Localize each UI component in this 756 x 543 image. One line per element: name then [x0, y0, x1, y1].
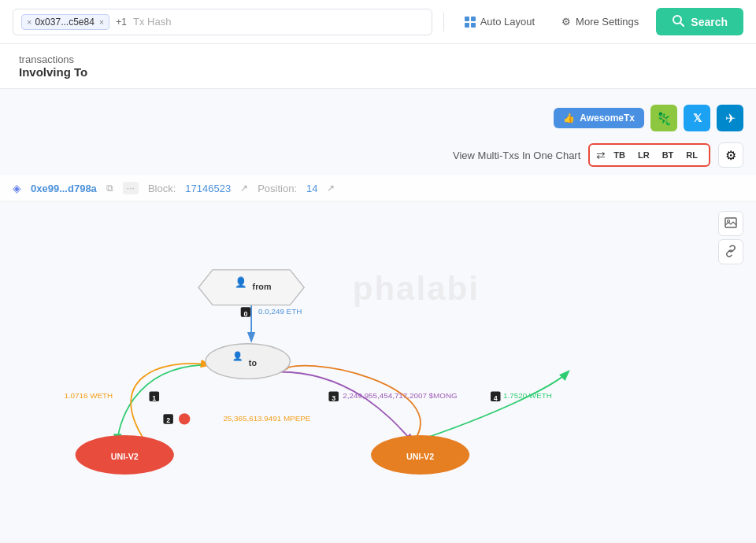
block-value[interactable]: 17146523	[185, 183, 231, 194]
tag-close-right[interactable]: ×	[99, 17, 104, 27]
link-button[interactable]	[718, 239, 743, 264]
svg-rect-2	[725, 218, 736, 227]
edge3-badge: 3	[332, 394, 335, 402]
copy-icon[interactable]: ⧉	[106, 183, 113, 194]
univ2-right-label: UNI-V2	[406, 452, 434, 461]
chart-actions	[718, 211, 743, 264]
telegram-icon: ✈	[725, 111, 736, 126]
arrows-icon: ⇄	[596, 149, 606, 161]
edge0-badge: 0	[243, 310, 247, 318]
tag-close-left[interactable]: ×	[27, 17, 32, 27]
auto-layout-label: Auto Layout	[480, 16, 535, 28]
auto-layout-button[interactable]: Auto Layout	[455, 11, 544, 32]
gear-icon: ⚙	[725, 148, 736, 163]
block-external-link-icon[interactable]: ↗	[240, 183, 248, 194]
from-node[interactable]	[198, 270, 304, 305]
edge2-badge: 2	[166, 416, 170, 424]
search-label: Search	[691, 16, 728, 28]
gear-button[interactable]: ⚙	[718, 142, 743, 168]
position-external-link-icon[interactable]: ↗	[327, 183, 335, 194]
edge3-value: 2,249,955,454,717.2007 $MONG	[343, 391, 457, 400]
link-icon	[724, 245, 737, 260]
search-button[interactable]: Search	[656, 8, 743, 35]
tag-address-text: 0x037...c5e84	[35, 17, 94, 28]
image-button[interactable]	[718, 211, 743, 236]
page-description: transactions Involving To	[0, 44, 756, 89]
main-content: 👍 AwesomeTx 🦎 𝕏 ✈ View Multi-Txs In One …	[0, 89, 756, 541]
address-tag[interactable]: × 0x037...c5e84 ×	[21, 14, 109, 30]
univ2-left-label: UNI-V2	[111, 452, 139, 461]
edge1-value: 1.0716 WETH	[64, 391, 113, 400]
from-label: from	[253, 282, 272, 291]
coingecko-icon: 🦎	[656, 111, 672, 126]
edge2-value: 25,365,613.9491 MPEPE	[223, 414, 310, 423]
layout-rl-button[interactable]: RL	[681, 148, 702, 162]
block-label: Block:	[148, 183, 176, 194]
layout-selector: ⇄ TB LR BT RL	[588, 143, 710, 167]
page-desc-line1: transactions	[19, 54, 74, 65]
svg-text:👤: 👤	[232, 351, 243, 361]
eth-icon: ◈	[13, 182, 21, 194]
position-label: Position:	[258, 183, 297, 194]
telegram-button[interactable]: ✈	[717, 105, 743, 131]
tx-info-bar: ◈ 0xe99...d798a ⧉ ··· Block: 17146523 ↗ …	[0, 175, 756, 201]
flow-svg: 👤 from 0 0.0,249 ETH 👤 to 1 1.0716 WETH …	[0, 203, 756, 541]
more-settings-label: More Settings	[576, 16, 639, 28]
svg-text:👤: 👤	[235, 276, 247, 289]
image-icon	[724, 216, 737, 231]
coingecko-button[interactable]: 🦎	[650, 105, 677, 131]
edge1-badge: 1	[152, 394, 156, 402]
edge4-value: 1.7520 WETH	[503, 391, 552, 400]
tx-hash-placeholder[interactable]: Tx Hash	[133, 16, 171, 28]
social-bar: 👍 AwesomeTx 🦎 𝕏 ✈	[554, 105, 743, 131]
thumbs-up-icon: 👍	[563, 113, 575, 124]
svg-line-1	[680, 23, 684, 26]
chart-controls: View Multi-Txs In One Chart ⇄ TB LR BT R…	[453, 142, 743, 168]
svg-point-10	[179, 413, 190, 424]
awesome-label: AwesomeTx	[580, 113, 635, 124]
to-node[interactable]	[206, 344, 290, 379]
top-bar: × 0x037...c5e84 × +1 Tx Hash Auto Layout…	[0, 0, 756, 44]
twitter-button[interactable]: 𝕏	[684, 105, 710, 131]
view-multi-txs-link[interactable]: View Multi-Txs In One Chart	[453, 150, 580, 161]
divider	[443, 13, 444, 31]
layout-tb-button[interactable]: TB	[609, 148, 630, 162]
auto-layout-icon	[465, 17, 476, 28]
plus-one-label: +1	[116, 17, 127, 28]
twitter-icon: 𝕏	[693, 112, 702, 124]
search-icon	[672, 14, 684, 29]
search-input-area: × 0x037...c5e84 × +1 Tx Hash	[13, 9, 432, 35]
awesometx-button[interactable]: 👍 AwesomeTx	[554, 108, 644, 128]
more-settings-button[interactable]: ⚙ More Settings	[552, 11, 648, 32]
layout-bt-button[interactable]: BT	[658, 148, 679, 162]
flow-canvas: 👤 from 0 0.0,249 ETH 👤 to 1 1.0716 WETH …	[0, 203, 756, 541]
edge0-value: 0.0,249 ETH	[258, 307, 302, 316]
to-label: to	[249, 358, 258, 368]
edge4-badge: 4	[494, 394, 498, 402]
more-options-button[interactable]: ···	[123, 182, 139, 194]
settings-icon: ⚙	[561, 16, 571, 28]
position-value[interactable]: 14	[306, 183, 317, 194]
layout-lr-button[interactable]: LR	[633, 148, 654, 162]
page-desc-line2: Involving To	[19, 65, 737, 79]
tx-address[interactable]: 0xe99...d798a	[31, 183, 97, 194]
